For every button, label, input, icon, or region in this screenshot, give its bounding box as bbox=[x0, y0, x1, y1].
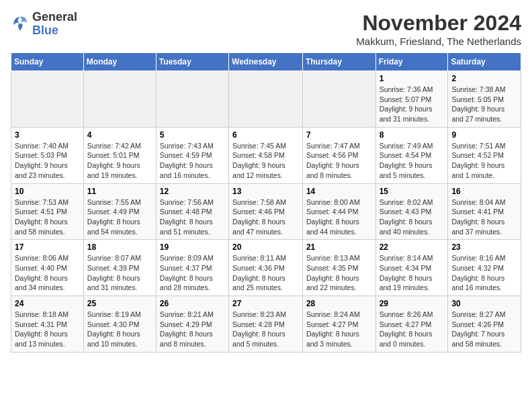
calendar-cell: 22Sunrise: 8:14 AM Sunset: 4:34 PM Dayli… bbox=[375, 240, 448, 296]
day-number: 29 bbox=[380, 299, 445, 308]
calendar-cell: 17Sunrise: 8:06 AM Sunset: 4:40 PM Dayli… bbox=[11, 240, 84, 296]
day-info: Sunrise: 7:56 AM Sunset: 4:48 PM Dayligh… bbox=[160, 197, 225, 237]
calendar-cell: 28Sunrise: 8:24 AM Sunset: 4:27 PM Dayli… bbox=[302, 296, 375, 353]
calendar-cell: 15Sunrise: 8:02 AM Sunset: 4:43 PM Dayli… bbox=[375, 183, 448, 240]
calendar-cell: 2Sunrise: 7:38 AM Sunset: 5:05 PM Daylig… bbox=[448, 71, 521, 128]
logo-text: General Blue bbox=[32, 11, 77, 38]
day-number: 22 bbox=[380, 242, 445, 252]
day-info: Sunrise: 8:06 AM Sunset: 4:40 PM Dayligh… bbox=[15, 253, 80, 293]
day-info: Sunrise: 8:00 AM Sunset: 4:44 PM Dayligh… bbox=[306, 197, 372, 237]
day-info: Sunrise: 8:24 AM Sunset: 4:27 PM Dayligh… bbox=[306, 310, 372, 349]
calendar-cell: 18Sunrise: 8:07 AM Sunset: 4:39 PM Dayli… bbox=[83, 240, 156, 296]
day-info: Sunrise: 7:36 AM Sunset: 5:07 PM Dayligh… bbox=[380, 85, 445, 124]
day-number: 15 bbox=[380, 187, 445, 196]
day-number: 6 bbox=[232, 130, 299, 140]
calendar-cell: 5Sunrise: 7:43 AM Sunset: 4:59 PM Daylig… bbox=[156, 127, 228, 183]
calendar-cell bbox=[229, 71, 303, 128]
day-info: Sunrise: 7:42 AM Sunset: 5:01 PM Dayligh… bbox=[87, 141, 152, 181]
page-header: General Blue November 2024 Makkum, Fries… bbox=[11, 11, 521, 47]
day-info: Sunrise: 7:58 AM Sunset: 4:46 PM Dayligh… bbox=[232, 197, 299, 237]
calendar-cell: 6Sunrise: 7:45 AM Sunset: 4:58 PM Daylig… bbox=[229, 127, 303, 183]
day-info: Sunrise: 7:40 AM Sunset: 5:03 PM Dayligh… bbox=[15, 141, 80, 181]
calendar-cell: 12Sunrise: 7:56 AM Sunset: 4:48 PM Dayli… bbox=[156, 183, 228, 240]
day-number: 3 bbox=[15, 130, 80, 140]
weekday-header: Tuesday bbox=[156, 53, 228, 71]
calendar-table: SundayMondayTuesdayWednesdayThursdayFrid… bbox=[11, 52, 521, 353]
day-number: 26 bbox=[160, 299, 225, 308]
day-info: Sunrise: 8:19 AM Sunset: 4:30 PM Dayligh… bbox=[87, 310, 152, 349]
calendar-cell: 4Sunrise: 7:42 AM Sunset: 5:01 PM Daylig… bbox=[83, 127, 156, 183]
day-info: Sunrise: 8:26 AM Sunset: 4:27 PM Dayligh… bbox=[380, 310, 445, 349]
day-number: 8 bbox=[380, 130, 445, 140]
logo-general: General bbox=[32, 10, 77, 24]
day-info: Sunrise: 7:49 AM Sunset: 4:54 PM Dayligh… bbox=[380, 141, 445, 181]
calendar-cell: 8Sunrise: 7:49 AM Sunset: 4:54 PM Daylig… bbox=[375, 127, 448, 183]
day-number: 30 bbox=[451, 299, 517, 308]
calendar-cell: 16Sunrise: 8:04 AM Sunset: 4:41 PM Dayli… bbox=[448, 183, 521, 240]
day-number: 13 bbox=[232, 187, 299, 196]
day-number: 24 bbox=[15, 299, 80, 308]
day-number: 9 bbox=[451, 130, 517, 140]
calendar-header-row: SundayMondayTuesdayWednesdayThursdayFrid… bbox=[11, 53, 521, 71]
calendar-cell: 24Sunrise: 8:18 AM Sunset: 4:31 PM Dayli… bbox=[11, 296, 84, 353]
calendar-cell: 14Sunrise: 8:00 AM Sunset: 4:44 PM Dayli… bbox=[302, 183, 375, 240]
logo-icon bbox=[11, 15, 30, 34]
calendar-cell: 9Sunrise: 7:51 AM Sunset: 4:52 PM Daylig… bbox=[448, 127, 521, 183]
day-info: Sunrise: 8:18 AM Sunset: 4:31 PM Dayligh… bbox=[15, 310, 80, 349]
calendar-cell bbox=[156, 71, 228, 128]
day-number: 19 bbox=[160, 242, 225, 252]
weekday-header: Thursday bbox=[302, 53, 375, 71]
day-number: 2 bbox=[451, 74, 517, 83]
day-number: 28 bbox=[306, 299, 372, 308]
calendar-title: November 2024 bbox=[356, 11, 521, 36]
calendar-cell bbox=[11, 71, 84, 128]
calendar-cell: 21Sunrise: 8:13 AM Sunset: 4:35 PM Dayli… bbox=[302, 240, 375, 296]
day-number: 12 bbox=[160, 187, 225, 196]
calendar-week-row: 17Sunrise: 8:06 AM Sunset: 4:40 PM Dayli… bbox=[11, 240, 521, 296]
calendar-cell: 23Sunrise: 8:16 AM Sunset: 4:32 PM Dayli… bbox=[448, 240, 521, 296]
calendar-week-row: 1Sunrise: 7:36 AM Sunset: 5:07 PM Daylig… bbox=[11, 71, 521, 128]
calendar-subtitle: Makkum, Friesland, The Netherlands bbox=[356, 36, 521, 47]
day-info: Sunrise: 8:27 AM Sunset: 4:26 PM Dayligh… bbox=[451, 310, 517, 349]
day-number: 25 bbox=[87, 299, 152, 308]
day-number: 5 bbox=[160, 130, 225, 140]
weekday-header: Friday bbox=[375, 53, 448, 71]
day-number: 23 bbox=[451, 242, 517, 252]
day-number: 14 bbox=[306, 187, 372, 196]
logo-blue: Blue bbox=[32, 24, 58, 37]
day-info: Sunrise: 7:45 AM Sunset: 4:58 PM Dayligh… bbox=[232, 141, 299, 181]
weekday-header: Sunday bbox=[11, 53, 84, 71]
calendar-week-row: 10Sunrise: 7:53 AM Sunset: 4:51 PM Dayli… bbox=[11, 183, 521, 240]
day-info: Sunrise: 8:02 AM Sunset: 4:43 PM Dayligh… bbox=[380, 197, 445, 237]
day-number: 17 bbox=[15, 242, 80, 252]
day-info: Sunrise: 8:11 AM Sunset: 4:36 PM Dayligh… bbox=[232, 253, 299, 293]
calendar-cell: 30Sunrise: 8:27 AM Sunset: 4:26 PM Dayli… bbox=[448, 296, 521, 353]
day-info: Sunrise: 8:13 AM Sunset: 4:35 PM Dayligh… bbox=[306, 253, 372, 293]
title-block: November 2024 Makkum, Friesland, The Net… bbox=[356, 11, 521, 47]
calendar-cell: 26Sunrise: 8:21 AM Sunset: 4:29 PM Dayli… bbox=[156, 296, 228, 353]
calendar-cell: 25Sunrise: 8:19 AM Sunset: 4:30 PM Dayli… bbox=[83, 296, 156, 353]
logo: General Blue bbox=[11, 11, 77, 38]
calendar-cell bbox=[302, 71, 375, 128]
day-info: Sunrise: 8:07 AM Sunset: 4:39 PM Dayligh… bbox=[87, 253, 152, 293]
calendar-week-row: 24Sunrise: 8:18 AM Sunset: 4:31 PM Dayli… bbox=[11, 296, 521, 353]
day-info: Sunrise: 7:43 AM Sunset: 4:59 PM Dayligh… bbox=[160, 141, 225, 181]
calendar-cell: 1Sunrise: 7:36 AM Sunset: 5:07 PM Daylig… bbox=[375, 71, 448, 128]
day-info: Sunrise: 7:51 AM Sunset: 4:52 PM Dayligh… bbox=[451, 141, 517, 181]
day-info: Sunrise: 7:55 AM Sunset: 4:49 PM Dayligh… bbox=[87, 197, 152, 237]
day-number: 18 bbox=[87, 242, 152, 252]
calendar-cell: 27Sunrise: 8:23 AM Sunset: 4:28 PM Dayli… bbox=[229, 296, 303, 353]
calendar-cell: 11Sunrise: 7:55 AM Sunset: 4:49 PM Dayli… bbox=[83, 183, 156, 240]
calendar-week-row: 3Sunrise: 7:40 AM Sunset: 5:03 PM Daylig… bbox=[11, 127, 521, 183]
calendar-cell: 20Sunrise: 8:11 AM Sunset: 4:36 PM Dayli… bbox=[229, 240, 303, 296]
day-info: Sunrise: 8:14 AM Sunset: 4:34 PM Dayligh… bbox=[380, 253, 445, 293]
calendar-cell: 29Sunrise: 8:26 AM Sunset: 4:27 PM Dayli… bbox=[375, 296, 448, 353]
day-number: 1 bbox=[380, 74, 445, 83]
calendar-cell: 13Sunrise: 7:58 AM Sunset: 4:46 PM Dayli… bbox=[229, 183, 303, 240]
calendar-cell: 3Sunrise: 7:40 AM Sunset: 5:03 PM Daylig… bbox=[11, 127, 84, 183]
day-info: Sunrise: 8:09 AM Sunset: 4:37 PM Dayligh… bbox=[160, 253, 225, 293]
day-info: Sunrise: 8:23 AM Sunset: 4:28 PM Dayligh… bbox=[232, 310, 299, 349]
day-info: Sunrise: 7:53 AM Sunset: 4:51 PM Dayligh… bbox=[15, 197, 80, 237]
day-info: Sunrise: 7:47 AM Sunset: 4:56 PM Dayligh… bbox=[306, 141, 372, 181]
weekday-header: Saturday bbox=[448, 53, 521, 71]
